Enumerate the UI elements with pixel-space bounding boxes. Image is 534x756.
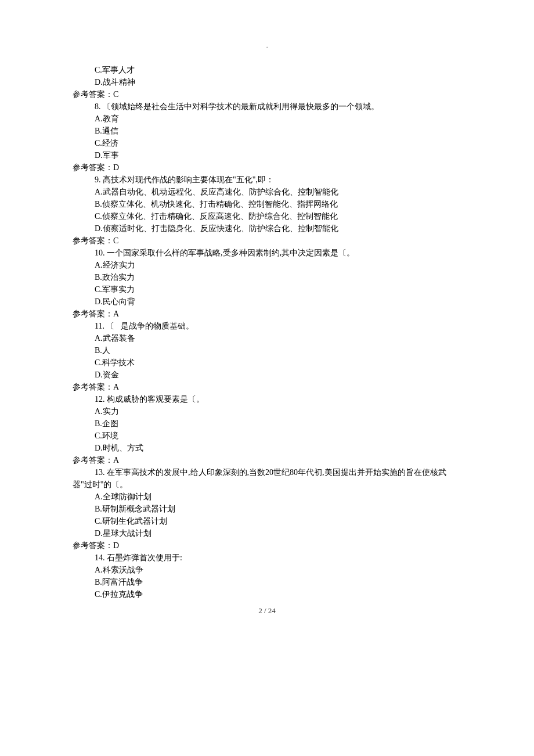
- q14-option-a: A.科索沃战争: [73, 564, 461, 576]
- q11-answer: 参考答案：A: [73, 381, 461, 393]
- q10-option-d: D.民心向背: [73, 296, 461, 308]
- q11-option-b: B.人: [73, 344, 461, 357]
- q14-text: 14. 石墨炸弹首次使用于:: [73, 552, 461, 564]
- q8-option-b: B.通信: [73, 125, 461, 137]
- q10-option-c: C.军事实力: [73, 283, 461, 296]
- document-page: . C.军事人才 D.战斗精神 参考答案：C 8. 〔领域始终是社会生活中对科学…: [0, 0, 534, 629]
- q11-option-a: A.武器装备: [73, 332, 461, 344]
- q8-option-c: C.经济: [73, 137, 461, 149]
- q9-option-b: B.侦察立体化、机动快速化、打击精确化、控制智能化、指挥网络化: [73, 198, 461, 210]
- q13-option-c: C.研制生化武器计划: [73, 515, 461, 527]
- q10-option-a: A.经济实力: [73, 259, 461, 271]
- q9-text: 9. 高技术对现代作战的影响主要体现在"五化",即：: [73, 174, 461, 186]
- q13-answer: 参考答案：D: [73, 539, 461, 552]
- q7-option-c: C.军事人才: [73, 64, 461, 76]
- q10-option-b: B.政治实力: [73, 271, 461, 283]
- q14-option-b: B.阿富汗战争: [73, 576, 461, 588]
- q12-text: 12. 构成威胁的客观要素是〔。: [73, 393, 461, 405]
- q12-answer: 参考答案：A: [73, 454, 461, 466]
- q8-answer: 参考答案：D: [73, 161, 461, 174]
- q8-option-d: D.军事: [73, 149, 461, 161]
- q11-text: 11. 〔 是战争的物质基础。: [73, 320, 461, 332]
- q9-option-c: C.侦察立体化、打击精确化、反应高速化、防护综合化、控制智能化: [73, 210, 461, 222]
- q12-option-c: C.环境: [73, 430, 461, 442]
- q13-option-a: A.全球防御计划: [73, 491, 461, 503]
- q10-answer: 参考答案：A: [73, 308, 461, 320]
- q14-option-c: C.伊拉克战争: [73, 588, 461, 600]
- q11-option-d: D.资金: [73, 369, 461, 381]
- page-header-mark: .: [0, 42, 534, 49]
- q8-text: 8. 〔领域始终是社会生活中对科学技术的最新成就利用得最快最多的一个领域。: [73, 100, 461, 113]
- q13-text-line1: 13. 在军事高技术的发展中,给人印象深刻的,当数20世纪80年代初,美国提出并…: [73, 466, 461, 478]
- q7-option-d: D.战斗精神: [73, 76, 461, 88]
- q8-option-a: A.教育: [73, 113, 461, 125]
- q10-text: 10. 一个国家采取什么样的军事战略,受多种因素制约,其中决定因素是〔。: [73, 247, 461, 259]
- q12-option-d: D.时机、方式: [73, 442, 461, 454]
- q11-option-c: C.科学技术: [73, 357, 461, 369]
- q13-option-d: D.星球大战计划: [73, 527, 461, 539]
- q13-option-b: B.研制新概念武器计划: [73, 503, 461, 515]
- q13-text-line2: 器"过时"的〔。: [73, 478, 461, 491]
- q7-answer: 参考答案：C: [73, 88, 461, 100]
- q9-option-d: D.侦察适时化、打击隐身化、反应快速化、防护综合化、控制智能化: [73, 222, 461, 235]
- page-number: 2 / 24: [0, 606, 534, 615]
- content-body: C.军事人才 D.战斗精神 参考答案：C 8. 〔领域始终是社会生活中对科学技术…: [73, 64, 461, 600]
- q9-answer: 参考答案：C: [73, 235, 461, 247]
- q12-option-a: A.实力: [73, 405, 461, 417]
- q9-option-a: A.武器自动化、机动远程化、反应高速化、防护综合化、控制智能化: [73, 186, 461, 198]
- q12-option-b: B.企图: [73, 417, 461, 430]
